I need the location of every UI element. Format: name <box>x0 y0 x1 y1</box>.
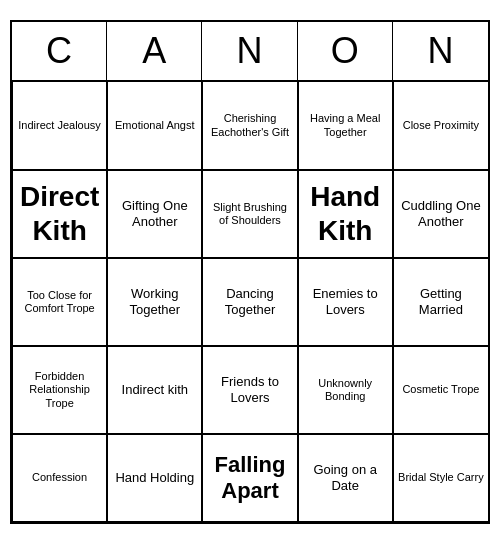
bingo-cell-8: Hand Kith <box>298 170 393 258</box>
bingo-cell-7: Slight Brushing of Shoulders <box>202 170 297 258</box>
bingo-cell-23: Going on a Date <box>298 434 393 522</box>
bingo-cell-text-9: Cuddling One Another <box>398 198 484 229</box>
header-letter-C: C <box>12 22 107 80</box>
bingo-cell-6: Gifting One Another <box>107 170 202 258</box>
bingo-cell-text-3: Having a Meal Together <box>303 112 388 138</box>
bingo-cell-text-6: Gifting One Another <box>112 198 197 229</box>
bingo-cell-21: Hand Holding <box>107 434 202 522</box>
bingo-cell-text-24: Bridal Style Carry <box>398 471 484 484</box>
bingo-cell-text-23: Going on a Date <box>303 462 388 493</box>
bingo-cell-text-16: Indirect kith <box>112 382 197 398</box>
bingo-header: CANON <box>12 22 488 82</box>
header-letter-A: A <box>107 22 202 80</box>
bingo-cell-2: Cherishing Eachother's Gift <box>202 82 297 170</box>
bingo-cell-13: Enemies to Lovers <box>298 258 393 346</box>
bingo-cell-16: Indirect kith <box>107 346 202 434</box>
header-letter-O: O <box>298 22 393 80</box>
bingo-cell-17: Friends to Lovers <box>202 346 297 434</box>
bingo-card: CANON Indirect JealousyEmotional AngstCh… <box>10 20 490 524</box>
bingo-cell-text-0: Indirect Jealousy <box>17 119 102 132</box>
bingo-cell-18: Unknownly Bonding <box>298 346 393 434</box>
bingo-cell-text-12: Dancing Together <box>207 286 292 317</box>
bingo-cell-text-4: Close Proximity <box>398 119 484 132</box>
bingo-cell-15: Forbidden Relationship Trope <box>12 346 107 434</box>
bingo-cell-19: Cosmetic Trope <box>393 346 488 434</box>
bingo-cell-text-14: Getting Married <box>398 286 484 317</box>
bingo-cell-text-8: Hand Kith <box>303 180 388 247</box>
bingo-cell-0: Indirect Jealousy <box>12 82 107 170</box>
bingo-cell-text-11: Working Together <box>112 286 197 317</box>
bingo-cell-9: Cuddling One Another <box>393 170 488 258</box>
bingo-cell-20: Confession <box>12 434 107 522</box>
bingo-cell-text-10: Too Close for Comfort Trope <box>17 289 102 315</box>
header-letter-N: N <box>393 22 488 80</box>
bingo-cell-text-13: Enemies to Lovers <box>303 286 388 317</box>
bingo-cell-text-5: Direct Kith <box>17 180 102 247</box>
bingo-cell-text-2: Cherishing Eachother's Gift <box>207 112 292 138</box>
bingo-cell-text-21: Hand Holding <box>112 470 197 486</box>
bingo-cell-22: Falling Apart <box>202 434 297 522</box>
bingo-cell-text-1: Emotional Angst <box>112 119 197 132</box>
bingo-cell-text-22: Falling Apart <box>207 452 292 505</box>
bingo-cell-4: Close Proximity <box>393 82 488 170</box>
bingo-cell-text-17: Friends to Lovers <box>207 374 292 405</box>
bingo-cell-5: Direct Kith <box>12 170 107 258</box>
header-letter-N: N <box>202 22 297 80</box>
bingo-cell-text-18: Unknownly Bonding <box>303 377 388 403</box>
bingo-cell-11: Working Together <box>107 258 202 346</box>
bingo-cell-text-19: Cosmetic Trope <box>398 383 484 396</box>
bingo-cell-text-15: Forbidden Relationship Trope <box>17 370 102 410</box>
bingo-cell-1: Emotional Angst <box>107 82 202 170</box>
bingo-cell-3: Having a Meal Together <box>298 82 393 170</box>
bingo-cell-text-7: Slight Brushing of Shoulders <box>207 201 292 227</box>
bingo-cell-12: Dancing Together <box>202 258 297 346</box>
bingo-cell-14: Getting Married <box>393 258 488 346</box>
bingo-grid: Indirect JealousyEmotional AngstCherishi… <box>12 82 488 522</box>
bingo-cell-10: Too Close for Comfort Trope <box>12 258 107 346</box>
bingo-cell-text-20: Confession <box>17 471 102 484</box>
bingo-cell-24: Bridal Style Carry <box>393 434 488 522</box>
